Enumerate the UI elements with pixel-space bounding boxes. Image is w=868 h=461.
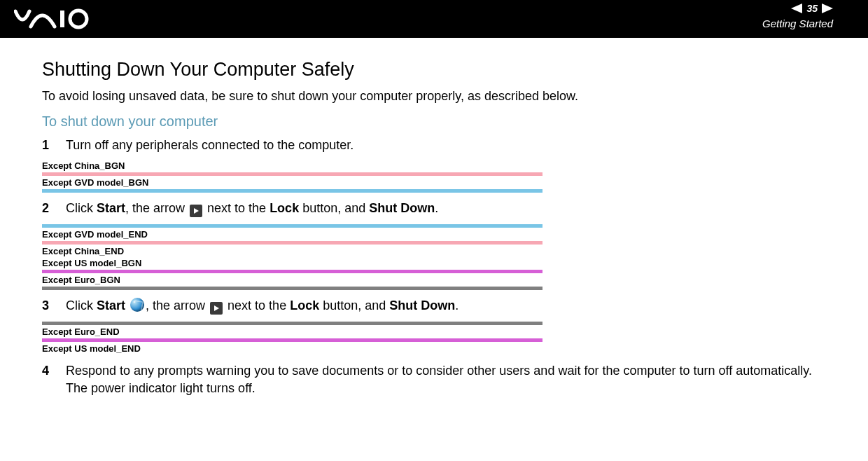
divider-pink xyxy=(42,241,542,245)
step-number: 1 xyxy=(42,137,66,153)
step-2: 2 Click Start, the arrow next to the Loc… xyxy=(42,200,826,217)
svg-marker-3 xyxy=(822,4,833,13)
svg-rect-0 xyxy=(60,11,64,27)
page-title: Shutting Down Your Computer Safely xyxy=(42,59,826,81)
marker-label: Except US model_END xyxy=(42,343,542,355)
windows-start-icon xyxy=(130,298,144,312)
step-number: 3 xyxy=(42,297,66,315)
step-4: 4 Respond to any prompts warning you to … xyxy=(42,362,826,397)
step-text: Click Start , the arrow next to the Lock… xyxy=(66,297,826,315)
page-header: 35 Getting Started xyxy=(0,0,868,38)
divider-gray xyxy=(42,322,542,325)
page-number: 35 xyxy=(806,3,818,14)
arrow-right-icon xyxy=(210,302,223,315)
marker-label: Except Euro_END xyxy=(42,326,542,338)
marker-label: Except GVD model_END xyxy=(42,229,542,241)
marker-label: Except China_END xyxy=(42,246,542,258)
svg-marker-4 xyxy=(194,208,199,214)
step-number: 2 xyxy=(42,200,66,217)
marker-group-1: Except China_BGN Except GVD model_BGN xyxy=(42,160,542,193)
divider-magenta xyxy=(42,270,542,273)
nav-next-icon[interactable] xyxy=(822,4,833,13)
marker-group-2: Except GVD model_END Except China_END Ex… xyxy=(42,224,542,290)
header-nav: 35 Getting Started xyxy=(762,3,833,29)
marker-group-3: Except Euro_END Except US model_END xyxy=(42,322,542,355)
divider-magenta xyxy=(42,338,542,342)
svg-marker-5 xyxy=(214,305,219,311)
step-1: 1 Turn off any peripherals connected to … xyxy=(42,137,826,153)
step-text: Click Start, the arrow next to the Lock … xyxy=(66,200,826,217)
section-subtitle: To shut down your computer xyxy=(42,113,826,130)
vaio-logo xyxy=(14,8,105,32)
intro-text: To avoid losing unsaved data, be sure to… xyxy=(42,89,826,104)
svg-point-1 xyxy=(70,11,87,27)
divider-gray xyxy=(42,287,542,290)
step-3: 3 Click Start , the arrow next to the Lo… xyxy=(42,297,826,315)
divider-blue xyxy=(42,189,542,193)
breadcrumb: Getting Started xyxy=(762,18,833,29)
page-content: Shutting Down Your Computer Safely To av… xyxy=(0,38,868,397)
arrow-right-icon xyxy=(190,205,202,217)
step-text: Respond to any prompts warning you to sa… xyxy=(66,362,826,397)
marker-label: Except GVD model_BGN xyxy=(42,177,542,189)
svg-marker-2 xyxy=(791,4,802,13)
step-number: 4 xyxy=(42,362,66,397)
marker-label: Except China_BGN xyxy=(42,160,542,172)
divider-pink xyxy=(42,172,542,176)
marker-label: Except Euro_BGN xyxy=(42,275,542,287)
step-text: Turn off any peripherals connected to th… xyxy=(66,137,826,153)
nav-prev-icon[interactable] xyxy=(791,4,802,13)
marker-label: Except US model_BGN xyxy=(42,258,542,270)
divider-blue xyxy=(42,224,542,228)
